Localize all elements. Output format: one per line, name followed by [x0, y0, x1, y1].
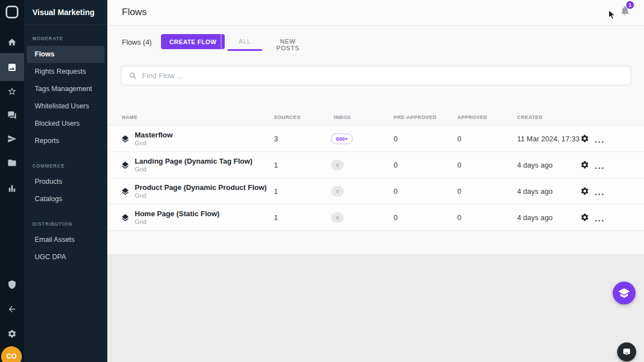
home-icon[interactable] — [7, 37, 17, 47]
page-title: Flows — [122, 0, 146, 25]
table-row[interactable]: Product Page (Dynamic Product Flow) Grid… — [107, 178, 644, 204]
row-more-options-icon[interactable] — [594, 215, 604, 220]
sources-count: 1 — [274, 161, 278, 169]
privacy-shield-icon[interactable] — [7, 280, 17, 289]
flow-type: Grid — [135, 218, 146, 225]
media-wall-icon[interactable] — [7, 63, 17, 72]
flows-count-label: Flows (4) — [122, 38, 151, 46]
table-row[interactable]: Masterflow Grid 3 500+ 0 0 11 Mar 2024, … — [107, 126, 644, 152]
created-date: 4 days ago — [517, 213, 553, 222]
created-date: 4 days ago — [517, 187, 553, 196]
brand-title: Visual Marketing — [24, 0, 107, 25]
search-icon — [129, 72, 138, 80]
sidebar-item-reports[interactable]: Reports — [24, 132, 107, 150]
row-settings-gear-icon[interactable] — [580, 160, 589, 169]
approved-count: 0 — [457, 187, 461, 196]
sources-count: 1 — [274, 213, 278, 222]
support-chat-button[interactable] — [617, 342, 636, 361]
approved-count: 0 — [457, 213, 461, 222]
sidebar-item-flows[interactable]: Flows — [27, 46, 105, 63]
sidebar-panel: Visual Marketing MODERATE Flows Rights R… — [24, 0, 107, 362]
flow-type: Grid — [135, 192, 146, 199]
layers-icon — [121, 135, 130, 144]
sidebar-item-blocked-users[interactable]: Blocked Users — [24, 115, 107, 132]
flow-name[interactable]: Product Page (Dynamic Product Flow) — [135, 183, 267, 192]
inbox-badge: 0 — [331, 160, 344, 170]
tab-new-posts[interactable]: NEW POSTS — [268, 38, 307, 51]
active-tab-underline — [228, 49, 262, 51]
column-header-pre-approved: PRE-APPROVED — [394, 115, 437, 120]
column-header-created: CREATED — [517, 115, 543, 120]
mouse-cursor — [608, 9, 616, 21]
table-row[interactable]: Home Page (Static Flow) Grid 1 0 0 0 4 d… — [107, 204, 644, 231]
column-header-sources: SOURCES — [274, 115, 300, 120]
main-area: Flows 1 Flows (4) CREATE FLOW ALL NEW PO… — [107, 0, 644, 362]
created-date: 4 days ago — [517, 161, 553, 169]
layers-icon — [121, 161, 130, 170]
column-header-approved: APPROVED — [457, 115, 487, 120]
row-more-options-icon[interactable] — [594, 163, 604, 167]
academy-button[interactable] — [613, 282, 636, 304]
chat-bubble-icon — [622, 347, 631, 356]
sidebar-item-rights-requests[interactable]: Rights Requests — [24, 63, 107, 80]
inbox-badge: 500+ — [331, 134, 353, 144]
sidebar-item-tags-management[interactable]: Tags Management — [24, 80, 107, 98]
search-input[interactable] — [142, 66, 623, 85]
section-label-distribution: DISTRIBUTION — [24, 221, 107, 227]
row-settings-gear-icon[interactable] — [580, 213, 589, 222]
row-more-options-icon[interactable] — [594, 136, 604, 141]
toolbar-divider — [221, 34, 221, 50]
page-header: Flows 1 — [107, 0, 644, 26]
section-label-moderate: MODERATE — [24, 36, 107, 41]
content-area: Flows (4) CREATE FLOW ALL NEW POSTS NAME… — [107, 26, 644, 254]
row-settings-gear-icon[interactable] — [580, 187, 589, 196]
pre-approved-count: 0 — [394, 161, 397, 169]
inbox-badge: 0 — [331, 212, 344, 223]
flow-name[interactable]: Home Page (Static Flow) — [135, 209, 220, 218]
sidebar-rail: CO — [0, 0, 24, 362]
flow-name[interactable]: Landing Page (Dynamic Tag Flow) — [135, 157, 253, 165]
sidebar-item-catalogs[interactable]: Catalogs — [24, 190, 107, 208]
column-header-inbox: INBOX — [334, 115, 351, 120]
settings-icon[interactable] — [7, 329, 17, 339]
column-header-name: NAME — [122, 115, 138, 120]
layers-icon — [121, 213, 130, 222]
sources-count: 1 — [274, 187, 278, 196]
flow-type: Grid — [135, 140, 146, 146]
analytics-icon[interactable] — [7, 184, 17, 193]
create-flow-button[interactable]: CREATE FLOW — [161, 34, 225, 49]
approved-count: 0 — [457, 135, 461, 143]
folder-icon[interactable] — [7, 158, 17, 168]
app-logo[interactable] — [6, 6, 18, 18]
pre-approved-count: 0 — [394, 187, 397, 196]
collapse-sidebar-icon[interactable] — [7, 304, 17, 314]
tab-all[interactable]: ALL — [228, 38, 262, 45]
layers-icon — [121, 187, 130, 196]
star-icon[interactable] — [7, 87, 17, 96]
search-box — [121, 66, 631, 85]
row-more-options-icon[interactable] — [594, 189, 604, 193]
sidebar-item-whitelisted-users[interactable]: Whitelisted Users — [24, 98, 107, 115]
created-date: 11 Mar 2024, 17:33 — [517, 135, 580, 143]
user-avatar[interactable]: CO — [1, 346, 22, 362]
table-header-row: NAME SOURCES INBOX PRE-APPROVED APPROVED… — [107, 110, 644, 126]
flow-type: Grid — [135, 166, 146, 173]
flow-name[interactable]: Masterflow — [135, 131, 173, 139]
send-icon[interactable] — [7, 134, 17, 144]
sidebar-item-products[interactable]: Products — [24, 173, 107, 190]
table-row[interactable]: Landing Page (Dynamic Tag Flow) Grid 1 0… — [107, 152, 644, 178]
pre-approved-count: 0 — [394, 135, 397, 143]
section-label-commerce: COMMERCE — [24, 163, 107, 169]
sidebar-item-ugc-dpa[interactable]: UGC DPA — [24, 249, 107, 266]
approved-count: 0 — [457, 161, 461, 169]
inbox-badge: 0 — [331, 186, 344, 197]
sources-count: 3 — [274, 135, 278, 143]
sidebar-item-email-assets[interactable]: Email Assets — [24, 231, 107, 249]
notification-badge: 1 — [626, 1, 634, 9]
graduation-cap-icon — [618, 287, 631, 299]
row-settings-gear-icon[interactable] — [580, 134, 589, 143]
conversations-icon[interactable] — [7, 111, 17, 120]
pre-approved-count: 0 — [394, 213, 397, 222]
